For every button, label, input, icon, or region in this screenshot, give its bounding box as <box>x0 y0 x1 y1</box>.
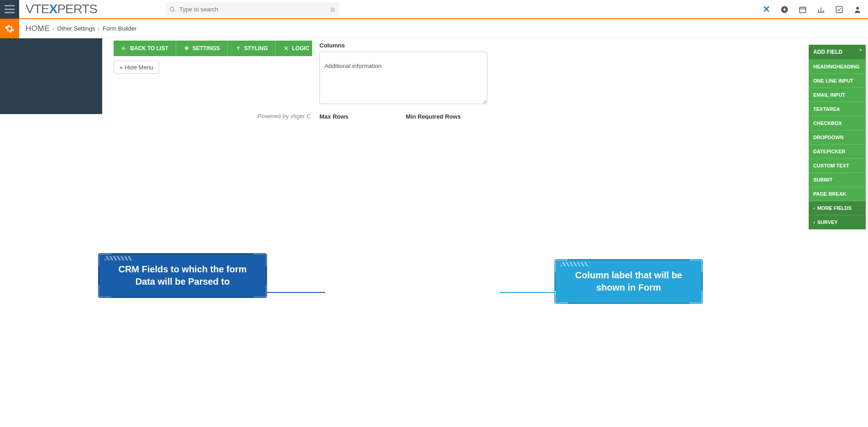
user-icon[interactable] <box>853 5 862 14</box>
columns-textarea[interactable]: Date of Birth Additional information <box>319 52 487 104</box>
breadcrumb-home[interactable]: HOME <box>26 24 50 33</box>
breadcrumb: HOME › Other Settings › Form Builder <box>19 19 868 38</box>
top-right-icons: ✕ <box>763 4 868 15</box>
chevron-right-icon: › <box>98 25 99 32</box>
add-field-sidebar: ADD FIELD ˄ HEADINGHEADING ONE LINE INPU… <box>809 45 866 120</box>
chevron-left-double-icon: « <box>120 64 123 71</box>
svg-point-13 <box>856 7 859 10</box>
svg-line-1 <box>173 10 175 12</box>
sidebar-item-textarea[interactable]: TEXTAREA <box>809 102 866 116</box>
gear-row: HOME › Other Settings › Form Builder <box>0 19 868 38</box>
columns-label: Columns <box>319 42 487 49</box>
chevron-down-icon[interactable] <box>330 6 335 13</box>
hamburger-icon <box>5 5 15 13</box>
vtiger-x-icon[interactable]: ✕ <box>763 4 770 15</box>
topbar: VTEXPERTS ✕ <box>0 0 868 19</box>
content-area: BACK TO LIST SETTINGS STYLING LOGIC SAVE… <box>102 38 868 120</box>
field-settings-panel: Columns Date of Birth Additional informa… <box>312 38 495 120</box>
settings-gear-button[interactable] <box>0 19 19 38</box>
plus-circle-icon[interactable] <box>780 5 789 14</box>
calendar-icon[interactable] <box>799 5 807 14</box>
svg-point-0 <box>170 7 174 11</box>
sidebar-item-checkbox[interactable]: CHECKBOX <box>809 116 866 120</box>
breadcrumb-seg2[interactable]: Form Builder <box>103 25 136 32</box>
svg-rect-4 <box>800 7 806 13</box>
max-rows-label: Max Rows <box>319 113 401 120</box>
sidebar-header[interactable]: ADD FIELD ˄ <box>809 45 866 60</box>
logo: VTEXPERTS <box>26 2 97 16</box>
chart-icon[interactable] <box>817 5 825 14</box>
breadcrumb-seg1[interactable]: Other Settings <box>57 25 95 32</box>
left-sidebar-empty <box>0 38 102 114</box>
checklist-icon[interactable] <box>835 5 843 14</box>
sidebar-item-oneline[interactable]: ONE LINE INPUT <box>809 74 866 88</box>
sidebar-item-email[interactable]: EMAIL INPUT <box>809 88 866 102</box>
sidebar-item-heading[interactable]: HEADINGHEADING <box>809 60 866 74</box>
hide-menu-button[interactable]: « Hide Menu <box>114 61 159 74</box>
settings-button[interactable]: SETTINGS <box>176 41 228 56</box>
chevron-right-icon: › <box>52 25 54 32</box>
styling-button[interactable]: STYLING <box>228 41 276 56</box>
logic-button[interactable]: LOGIC <box>276 41 317 56</box>
chevron-up-icon: ˄ <box>859 49 862 55</box>
search-wrap <box>166 2 339 16</box>
main-row: BACK TO LIST SETTINGS STYLING LOGIC SAVE… <box>0 38 868 120</box>
back-to-list-button[interactable]: BACK TO LIST <box>114 41 176 56</box>
search-icon <box>169 5 176 13</box>
hamburger-button[interactable] <box>0 0 19 19</box>
min-rows-label: Min Required Rows <box>406 113 487 120</box>
search-input[interactable] <box>166 2 339 16</box>
